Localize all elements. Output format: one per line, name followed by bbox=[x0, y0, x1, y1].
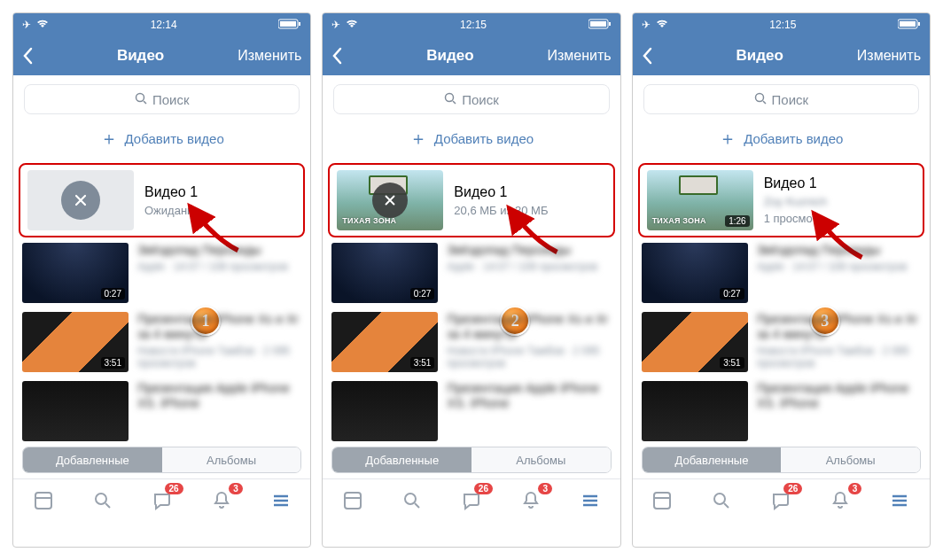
search-placeholder: Поиск bbox=[772, 92, 809, 107]
tab-messages[interactable]: 26 bbox=[146, 485, 178, 517]
edit-button[interactable]: Изменить bbox=[857, 48, 921, 64]
list-item[interactable]: 3:51Презентация iPhone Xs и Xr за 4 мину… bbox=[642, 312, 921, 372]
back-button[interactable] bbox=[22, 47, 43, 65]
svg-line-20 bbox=[415, 503, 419, 508]
video-thumbnail: 3:51 bbox=[331, 312, 438, 372]
nav-bar: Видео Изменить bbox=[13, 36, 310, 75]
tab-messages[interactable]: 26 bbox=[456, 485, 487, 517]
status-bar: ✈ 12:15 bbox=[633, 13, 930, 36]
back-button[interactable] bbox=[331, 47, 353, 65]
upload-thumbnail: ТИХАЯ ЗОНА bbox=[337, 170, 443, 230]
svg-point-19 bbox=[405, 494, 416, 504]
battery-icon bbox=[278, 19, 301, 32]
segment-added[interactable]: Добавленные bbox=[332, 447, 472, 472]
upload-row[interactable]: ТИХАЯ ЗОНА Видео 1 20,6 МБ из 30 МБ bbox=[328, 163, 614, 237]
tab-menu[interactable] bbox=[574, 485, 606, 517]
segment-albums[interactable]: Альбомы bbox=[781, 447, 920, 472]
search-input[interactable]: Поиск bbox=[643, 84, 919, 114]
wifi-icon bbox=[346, 19, 358, 31]
add-video-button[interactable]: ＋Добавить видео bbox=[323, 118, 620, 163]
svg-rect-17 bbox=[345, 493, 361, 509]
airplane-icon: ✈ bbox=[642, 19, 651, 31]
page-title: Видео bbox=[736, 47, 783, 65]
list-item[interactable]: Презентация Apple iPhone XS. iPhone bbox=[22, 381, 301, 441]
upload-row[interactable]: Видео 1 Ожидание... bbox=[19, 163, 305, 237]
duration-badge: 0:27 bbox=[410, 288, 434, 299]
tab-notifications[interactable]: 3 bbox=[206, 485, 238, 517]
segment-control[interactable]: ДобавленныеАльбомы bbox=[331, 447, 611, 473]
video-list: 0:27 Звёздопад ПерсеидыApple · 14:07 / 1… bbox=[13, 237, 310, 447]
search-input[interactable]: Поиск bbox=[333, 84, 609, 114]
list-item[interactable]: 0:27 Звёздопад ПерсеидыApple · 14:07 / 1… bbox=[22, 243, 301, 303]
cancel-upload-button[interactable] bbox=[372, 183, 408, 218]
list-item[interactable]: 0:27Звёздопад ПерсеидыApple · 14:07 / 10… bbox=[642, 243, 921, 303]
list-item[interactable]: 3:51 Презентация iPhone Xs и Xr за 4 мин… bbox=[22, 312, 301, 372]
video-list: 0:27Звёздопад ПерсеидыApple · 14:07 / 10… bbox=[633, 237, 930, 447]
svg-line-16 bbox=[453, 101, 456, 104]
page-title: Видео bbox=[426, 47, 473, 65]
svg-point-15 bbox=[446, 93, 454, 101]
list-item[interactable]: 3:51Презентация iPhone Xs и Xr за 4 мину… bbox=[331, 312, 611, 372]
duration-badge: 3:51 bbox=[410, 357, 434, 369]
search-icon bbox=[444, 92, 456, 107]
svg-rect-25 bbox=[900, 21, 916, 27]
search-placeholder: Поиск bbox=[462, 92, 499, 107]
svg-rect-14 bbox=[609, 22, 611, 26]
edit-button[interactable]: Изменить bbox=[547, 48, 611, 64]
battery-icon bbox=[588, 19, 612, 32]
status-time: 12:14 bbox=[151, 19, 177, 31]
nav-bar: Видео Изменить bbox=[633, 36, 930, 75]
segment-albums[interactable]: Альбомы bbox=[162, 447, 301, 472]
segment-added[interactable]: Добавленные bbox=[23, 447, 162, 472]
svg-rect-5 bbox=[35, 493, 51, 509]
video-thumbnail bbox=[642, 381, 748, 441]
tab-menu[interactable] bbox=[884, 485, 916, 517]
svg-rect-1 bbox=[280, 21, 296, 27]
list-item[interactable]: Презентация Apple iPhone XS. iPhone bbox=[331, 381, 611, 441]
tab-feed[interactable] bbox=[646, 485, 678, 517]
tab-notifications[interactable]: 3 bbox=[515, 485, 547, 517]
add-video-button[interactable]: ＋Добавить видео bbox=[633, 118, 930, 163]
phone-screen-1: ✈ 12:14 Видео Изменить Поиск ＋ Добавить … bbox=[12, 12, 311, 548]
segment-added[interactable]: Добавленные bbox=[643, 447, 782, 472]
cancel-upload-button[interactable] bbox=[61, 181, 100, 220]
tab-search[interactable] bbox=[396, 485, 428, 517]
tab-feed[interactable] bbox=[337, 485, 369, 517]
status-time: 12:15 bbox=[460, 19, 487, 31]
svg-rect-29 bbox=[654, 493, 670, 509]
duration-badge: 0:27 bbox=[101, 288, 125, 299]
tab-menu[interactable] bbox=[265, 485, 297, 517]
add-video-button[interactable]: ＋ Добавить видео bbox=[13, 118, 310, 163]
video-list: 0:27Звёздопад ПерсеидыApple · 14:07 / 10… bbox=[323, 237, 620, 447]
segment-control[interactable]: Добавленные Альбомы bbox=[22, 447, 301, 473]
list-item[interactable]: 0:27Звёздопад ПерсеидыApple · 14:07 / 10… bbox=[331, 243, 611, 303]
back-button[interactable] bbox=[642, 47, 663, 65]
edit-button[interactable]: Изменить bbox=[238, 48, 301, 64]
video-thumbnail: 0:27 bbox=[22, 243, 129, 303]
svg-rect-2 bbox=[299, 22, 300, 26]
duration-badge: 3:51 bbox=[101, 357, 125, 369]
svg-point-31 bbox=[714, 494, 725, 504]
segment-albums[interactable]: Альбомы bbox=[472, 447, 611, 472]
tab-bar: 26 3 bbox=[13, 478, 310, 521]
list-item[interactable]: Презентация Apple iPhone XS. iPhone bbox=[642, 381, 921, 441]
search-input[interactable]: Поиск bbox=[24, 84, 300, 114]
battery-icon bbox=[898, 19, 921, 32]
upload-title: Видео 1 bbox=[454, 184, 548, 200]
tab-search[interactable] bbox=[87, 485, 119, 517]
video-title: Видео 1 bbox=[764, 175, 828, 191]
badge-messages: 26 bbox=[165, 483, 183, 494]
upload-progress: 20,6 МБ из 30 МБ bbox=[454, 204, 548, 217]
segment-control[interactable]: ДобавленныеАльбомы bbox=[642, 447, 921, 473]
svg-line-32 bbox=[724, 503, 729, 508]
tab-feed[interactable] bbox=[27, 485, 59, 517]
tab-notifications[interactable]: 3 bbox=[824, 485, 856, 517]
video-row[interactable]: ТИХАЯ ЗОНА 1:26 Видео 1 Zoy Kuznich 1 пр… bbox=[638, 163, 924, 237]
badge-notifications: 3 bbox=[538, 483, 552, 494]
duration-badge: 3:51 bbox=[720, 357, 744, 369]
tab-search[interactable] bbox=[705, 485, 737, 517]
plus-icon: ＋ bbox=[100, 127, 118, 151]
svg-point-27 bbox=[755, 93, 763, 101]
search-icon bbox=[135, 92, 147, 107]
tab-messages[interactable]: 26 bbox=[765, 485, 797, 517]
